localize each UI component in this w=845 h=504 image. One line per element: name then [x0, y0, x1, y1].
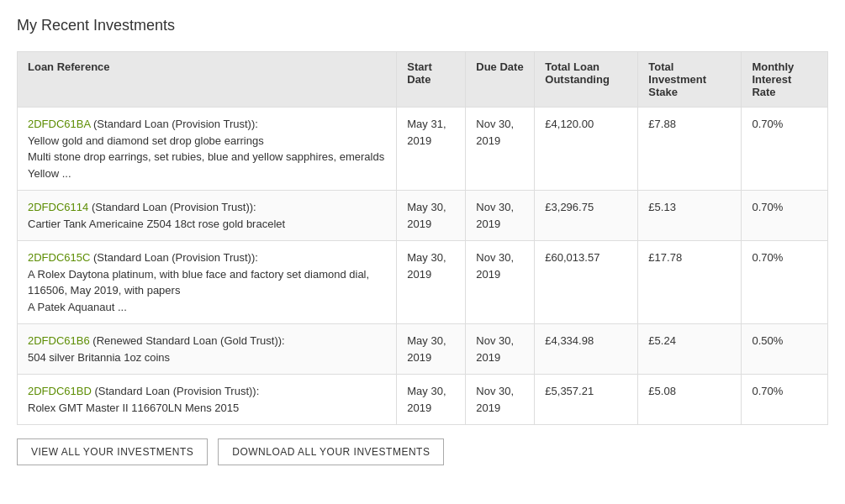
total-loan-cell: £3,296.75 — [535, 191, 638, 241]
col-header-start-date: Start Date — [397, 52, 466, 108]
col-header-total-loan: Total Loan Outstanding — [535, 52, 638, 108]
total-investment-cell: £5.24 — [638, 324, 742, 375]
total-loan-cell: £4,334.98 — [535, 324, 638, 375]
table-row: 2DFDC615C (Standard Loan (Provision Trus… — [18, 241, 828, 324]
loan-ref-link[interactable]: 2DFDC61BA — [28, 118, 90, 130]
col-header-total-inv: Total Investment Stake — [638, 52, 742, 108]
due-date-cell: Nov 30, 2019 — [466, 108, 535, 191]
loan-ref-link[interactable]: 2DFDC61BD — [28, 385, 92, 397]
monthly-rate-cell: 0.70% — [742, 241, 828, 324]
loan-ref-cell: 2DFDC61B6 (Renewed Standard Loan (Gold T… — [18, 324, 397, 375]
monthly-rate-cell: 0.70% — [742, 108, 828, 191]
total-loan-cell: £5,357.21 — [535, 375, 638, 425]
due-date-cell: Nov 30, 2019 — [466, 324, 535, 375]
table-row: 2DFDC6114 (Standard Loan (Provision Trus… — [18, 191, 828, 241]
loan-ref-link[interactable]: 2DFDC6114 — [28, 201, 88, 213]
monthly-rate-cell: 0.70% — [742, 191, 828, 241]
col-header-monthly-rate: Monthly Interest Rate — [742, 52, 828, 108]
total-loan-cell: £4,120.00 — [535, 108, 638, 191]
download-all-button[interactable]: DOWNLOAD ALL YOUR INVESTMENTS — [218, 438, 444, 465]
loan-ref-cell: 2DFDC61BD (Standard Loan (Provision Trus… — [18, 375, 397, 425]
view-all-button[interactable]: VIEW ALL YOUR INVESTMENTS — [17, 438, 208, 465]
table-row: 2DFDC61BD (Standard Loan (Provision Trus… — [18, 375, 828, 425]
col-header-due-date: Due Date — [466, 52, 535, 108]
start-date-cell: May 31, 2019 — [397, 108, 466, 191]
col-header-loan-ref: Loan Reference — [18, 52, 397, 108]
start-date-cell: May 30, 2019 — [397, 324, 466, 375]
page-title: My Recent Investments — [17, 17, 828, 34]
table-row: 2DFDC61BA (Standard Loan (Provision Trus… — [18, 108, 828, 191]
action-buttons: VIEW ALL YOUR INVESTMENTS DOWNLOAD ALL Y… — [17, 438, 828, 465]
monthly-rate-cell: 0.50% — [742, 324, 828, 375]
start-date-cell: May 30, 2019 — [397, 241, 466, 324]
total-investment-cell: £5.13 — [638, 191, 742, 241]
total-investment-cell: £7.88 — [638, 108, 742, 191]
table-row: 2DFDC61B6 (Renewed Standard Loan (Gold T… — [18, 324, 828, 375]
due-date-cell: Nov 30, 2019 — [466, 375, 535, 425]
investments-table: Loan Reference Start Date Due Date Total… — [17, 51, 828, 425]
total-investment-cell: £17.78 — [638, 241, 742, 324]
start-date-cell: May 30, 2019 — [397, 375, 466, 425]
loan-ref-cell: 2DFDC6114 (Standard Loan (Provision Trus… — [18, 191, 397, 241]
due-date-cell: Nov 30, 2019 — [466, 191, 535, 241]
due-date-cell: Nov 30, 2019 — [466, 241, 535, 324]
loan-ref-cell: 2DFDC61BA (Standard Loan (Provision Trus… — [18, 108, 397, 191]
start-date-cell: May 30, 2019 — [397, 191, 466, 241]
monthly-rate-cell: 0.70% — [742, 375, 828, 425]
total-investment-cell: £5.08 — [638, 375, 742, 425]
loan-ref-cell: 2DFDC615C (Standard Loan (Provision Trus… — [18, 241, 397, 324]
total-loan-cell: £60,013.57 — [535, 241, 638, 324]
loan-ref-link[interactable]: 2DFDC61B6 — [28, 334, 90, 347]
loan-ref-link[interactable]: 2DFDC615C — [28, 251, 90, 264]
